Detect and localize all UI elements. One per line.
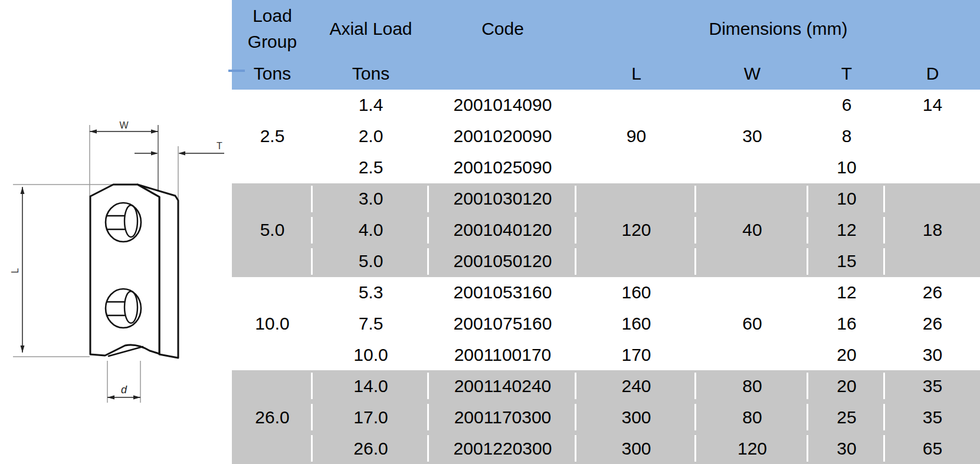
- header-edge-mark: [228, 70, 245, 72]
- table-cell: 25: [808, 402, 885, 433]
- table-cell: 26.0: [232, 402, 313, 433]
- table-row: 10.07.52001075160160601626: [232, 308, 980, 339]
- table-cell: 10: [808, 152, 885, 183]
- table-cell: 30: [885, 339, 980, 370]
- table-cell: 2001014090: [429, 90, 576, 121]
- d-dimension: d: [107, 384, 140, 400]
- col-header-T: T: [808, 57, 885, 90]
- table-cell: 2001050120: [429, 246, 576, 277]
- unit-load-group-tons: Tons: [232, 57, 313, 90]
- table-cell: 300: [576, 402, 696, 433]
- table-cell: 2001170300: [429, 402, 576, 433]
- table-cell: [696, 339, 808, 370]
- table-cell: 10.0: [313, 339, 429, 370]
- col-header-code: Code: [429, 0, 576, 57]
- lug-drawing-svg: W T L d: [0, 106, 232, 464]
- table-cell: [232, 152, 313, 183]
- table-cell: 1.4: [313, 90, 429, 121]
- table-cell: 12: [808, 277, 885, 308]
- table-cell: [232, 339, 313, 370]
- table-row: 14.02001140240240802035: [232, 370, 980, 402]
- w-label: W: [119, 120, 129, 130]
- t-dimension: T: [135, 141, 224, 156]
- unit-code-blank: [429, 57, 576, 90]
- table-cell: [696, 183, 808, 215]
- l-dimension: L: [10, 187, 25, 353]
- table-cell: 2.5: [232, 121, 313, 152]
- table-cell: 17.0: [313, 402, 429, 433]
- header-row-titles: Load Group Axial Load Code Dimensions (m…: [232, 0, 980, 57]
- table-cell: 170: [576, 339, 696, 370]
- table-cell: 30: [808, 433, 885, 464]
- table-row: 1.42001014090614: [232, 90, 980, 121]
- table-cell: [576, 183, 696, 215]
- table-cell: 60: [696, 308, 808, 339]
- table-cell: 2001053160: [429, 277, 576, 308]
- table-cell: 7.5: [313, 308, 429, 339]
- table-cell: 4.0: [313, 215, 429, 246]
- table-row: 2.5200102509010: [232, 152, 980, 183]
- table-cell: [576, 90, 696, 121]
- table-cell: [696, 277, 808, 308]
- table-cell: 35: [885, 402, 980, 433]
- header-row-units: Tons Tons L W T D: [232, 57, 980, 90]
- upper-hole: [106, 203, 141, 242]
- t-label: T: [217, 141, 222, 151]
- table-cell: 18: [885, 215, 980, 246]
- table-cell: 120: [696, 433, 808, 464]
- table-cell: 14.0: [313, 370, 429, 402]
- table-cell: 2001140240: [429, 370, 576, 402]
- table-cell: 6: [808, 90, 885, 121]
- table-cell: 20: [808, 339, 885, 370]
- l-label: L: [10, 268, 20, 273]
- table-cell: 10.0: [232, 308, 313, 339]
- table-cell: 65: [885, 433, 980, 464]
- spec-table: Load Group Axial Load Code Dimensions (m…: [232, 0, 980, 464]
- d-label: d: [121, 384, 127, 396]
- table-row: 2.52.0200102009090308: [232, 121, 980, 152]
- col-header-axial-load: Axial Load: [313, 0, 429, 57]
- table-row: 5.320010531601601226: [232, 277, 980, 308]
- table-row: 5.04.02001040120120401218: [232, 215, 980, 246]
- table-cell: 2001075160: [429, 308, 576, 339]
- table-cell: 16: [808, 308, 885, 339]
- table-cell: 2.5: [313, 152, 429, 183]
- table-row: 3.0200103012010: [232, 183, 980, 215]
- table-cell: 2.0: [313, 121, 429, 152]
- table-cell: [696, 246, 808, 277]
- table-header: Load Group Axial Load Code Dimensions (m…: [232, 0, 980, 90]
- table-cell: 2001220300: [429, 433, 576, 464]
- table-cell: 5.0: [232, 215, 313, 246]
- table-cell: [232, 370, 313, 402]
- table-cell: 2001100170: [429, 339, 576, 370]
- col-header-W: W: [696, 57, 808, 90]
- table-cell: 300: [576, 433, 696, 464]
- table-cell: 160: [576, 277, 696, 308]
- lower-hole: [106, 289, 141, 328]
- spec-sheet: W T L d: [0, 0, 980, 464]
- table-cell: [885, 246, 980, 277]
- table-cell: 80: [696, 370, 808, 402]
- table-cell: 26: [885, 308, 980, 339]
- table-cell: [696, 152, 808, 183]
- table-body: 1.420010140906142.52.02001020090903082.5…: [232, 90, 980, 464]
- col-header-L: L: [576, 57, 696, 90]
- table-cell: 2001020090: [429, 121, 576, 152]
- table-cell: 2001040120: [429, 215, 576, 246]
- table-cell: [885, 152, 980, 183]
- table-cell: 160: [576, 308, 696, 339]
- table-cell: 26: [885, 277, 980, 308]
- table-cell: 15: [808, 246, 885, 277]
- lug-drawing: W T L d: [0, 106, 232, 464]
- table-cell: [576, 246, 696, 277]
- table-row: 5.0200105012015: [232, 246, 980, 277]
- unit-axial-load-tons: Tons: [313, 57, 429, 90]
- table-row: 26.017.02001170300300802535: [232, 402, 980, 433]
- table-cell: 240: [576, 370, 696, 402]
- col-header-load-group: Load Group: [232, 0, 313, 57]
- table-cell: 14: [885, 90, 980, 121]
- w-dimension: W: [90, 120, 158, 134]
- table-cell: 5.3: [313, 277, 429, 308]
- table-cell: 90: [576, 121, 696, 152]
- table-cell: [885, 183, 980, 215]
